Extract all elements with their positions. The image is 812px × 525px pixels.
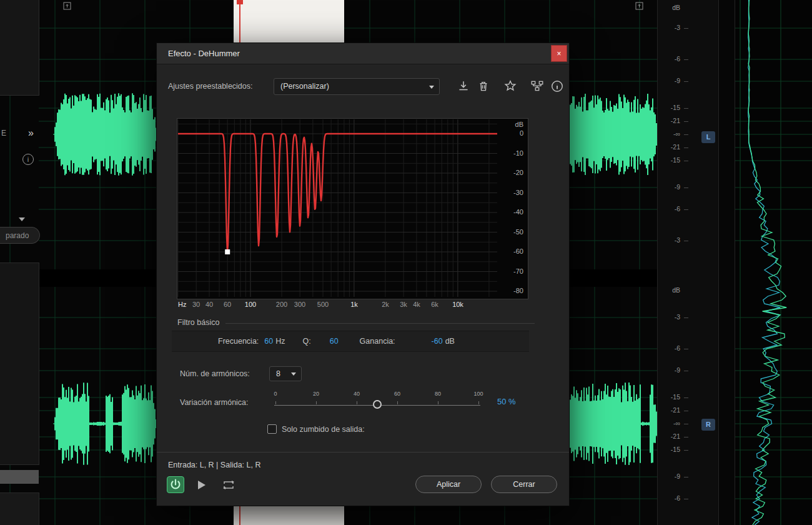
- graph-x-tick: 300: [294, 301, 305, 308]
- io-status-text: Entrada: L, R | Salida: L, R: [168, 461, 260, 469]
- close-button[interactable]: Cerrar: [491, 476, 557, 493]
- ruler-tick-label: -6: [660, 494, 680, 502]
- ruler-unit-label: dB: [660, 286, 680, 294]
- slider-scale-tick: [397, 401, 398, 404]
- ruler-tick-label: -15: [660, 156, 680, 164]
- chevron-down-icon[interactable]: [19, 218, 25, 221]
- graph-y-tick: -30: [496, 189, 523, 196]
- frequency-axis: Hz3040601002003005001k2k3k4k6k10k: [177, 301, 528, 311]
- panel-menu-icon[interactable]: [635, 2, 643, 10]
- ruler-tick: [684, 398, 688, 398]
- ruler-tick: [684, 241, 688, 241]
- graph-y-tick: -70: [496, 268, 523, 275]
- slider-scale-label: 40: [349, 391, 364, 397]
- routing-icon[interactable]: [530, 79, 544, 93]
- graph-x-tick: 40: [205, 301, 213, 308]
- channel-badge-left[interactable]: L: [701, 131, 715, 143]
- playhead-marker[interactable]: [237, 0, 243, 4]
- favorite-icon[interactable]: [503, 79, 517, 93]
- left-panel-middle: [0, 262, 39, 465]
- slider-scale-tick: [438, 401, 438, 404]
- close-dialog-button[interactable]: ×: [551, 45, 567, 62]
- harmonics-label: Núm. de armónicos:: [180, 369, 250, 378]
- ruler-tick: [684, 81, 688, 82]
- gain-unit: dB: [445, 337, 455, 346]
- ruler-tick-label: -15: [660, 393, 680, 401]
- panel-tab-label: E: [1, 129, 6, 138]
- slider-scale-label: 80: [430, 391, 445, 397]
- ruler-tick-label: -9: [660, 472, 680, 480]
- panel-menu-icon[interactable]: [63, 2, 71, 10]
- graph-x-tick: 2k: [382, 301, 389, 308]
- delete-preset-icon[interactable]: [477, 79, 490, 93]
- slider-scale-tick: [275, 401, 276, 404]
- variation-slider-knob[interactable]: [373, 400, 382, 409]
- basic-filter-values: Frecuencia: 60 Hz Q: 60 Ganancia: -60 dB: [172, 331, 529, 352]
- ruler-tick: [684, 349, 688, 349]
- graph-x-tick: 30: [192, 301, 200, 308]
- preview-play-button[interactable]: [194, 478, 208, 492]
- ruler-tick-label: -21: [660, 143, 680, 151]
- ruler-tick-label: -3: [660, 313, 680, 321]
- graph-y-tick: -40: [496, 208, 523, 216]
- filter-response-graph[interactable]: dB0-10-20-30-40-50-60-70-80: [177, 118, 528, 299]
- ruler-tick-label: -6: [660, 344, 680, 352]
- ruler-tick-label: -3: [660, 24, 680, 31]
- slider-scale-label: 20: [309, 391, 324, 397]
- left-panel-top: [0, 0, 39, 96]
- q-value[interactable]: 60: [330, 337, 339, 346]
- output-hum-only-checkbox[interactable]: [267, 424, 277, 434]
- ruler-tick: [684, 499, 688, 499]
- save-preset-icon[interactable]: [457, 79, 470, 93]
- ruler-tick-label: -21: [660, 117, 680, 124]
- graph-y-tick: -10: [496, 149, 523, 157]
- graph-y-tick: -20: [496, 169, 523, 176]
- effect-power-toggle[interactable]: [167, 476, 184, 493]
- harmonics-dropdown[interactable]: 8: [269, 366, 302, 381]
- presets-value: (Personalizar): [280, 82, 329, 91]
- gain-value[interactable]: -60: [432, 337, 443, 346]
- frequency-value[interactable]: 60: [264, 337, 273, 346]
- panel-divider: [718, 0, 719, 525]
- presets-dropdown[interactable]: (Personalizar): [274, 78, 440, 95]
- spectral-panel[interactable]: [735, 0, 812, 525]
- ruler-tick: [684, 188, 688, 188]
- amplitude-ruler: dB-3-6-9-15-21-∞-21-15-9-6-3dB-3-6-9-15-…: [657, 0, 719, 525]
- ruler-tick: [684, 108, 688, 109]
- channel-badge-right[interactable]: R: [701, 419, 715, 431]
- ruler-tick-label: -21: [660, 406, 680, 414]
- ruler-tick: [684, 318, 688, 318]
- ruler-tick: [684, 134, 688, 135]
- notch-handle: [225, 249, 230, 254]
- apply-button[interactable]: Aplicar: [415, 476, 482, 493]
- frequency-unit: Hz: [275, 337, 285, 346]
- dialog-titlebar[interactable]: Efecto - DeHummer ×: [157, 43, 569, 64]
- gain-label: Ganancia:: [360, 337, 395, 346]
- slider-scale-tick: [478, 401, 479, 404]
- group-rule: [225, 323, 535, 324]
- graph-x-tick: 200: [276, 301, 287, 308]
- info-icon[interactable]: i: [22, 154, 34, 165]
- graph-x-tick: 100: [245, 301, 256, 308]
- info-icon[interactable]: [550, 79, 564, 93]
- graph-y-tick: 0: [496, 129, 523, 137]
- loop-playback-button[interactable]: [222, 478, 235, 492]
- ruler-unit-label: dB: [660, 4, 680, 11]
- ruler-tick: [684, 209, 688, 210]
- graph-x-tick: 1k: [350, 301, 358, 308]
- ruler-tick-label: -∞: [660, 130, 680, 138]
- q-label: Q:: [303, 337, 311, 346]
- ruler-tick: [684, 148, 688, 148]
- expand-panel-button[interactable]: »: [28, 128, 34, 139]
- graph-y-unit: dB: [496, 121, 523, 128]
- graph-x-tick: 10k: [452, 301, 463, 308]
- ruler-tick: [684, 477, 688, 478]
- horizontal-scrollbar-thumb[interactable]: [0, 470, 39, 484]
- variation-value[interactable]: 50 %: [497, 397, 516, 406]
- ruler-tick-label: -6: [660, 205, 680, 212]
- footer-divider: [157, 452, 569, 452]
- left-panel-bottom: [0, 492, 39, 525]
- ruler-tick-label: -3: [660, 236, 680, 244]
- transport-status-label[interactable]: parado: [0, 227, 40, 244]
- slider-scale-label: 100: [471, 391, 486, 397]
